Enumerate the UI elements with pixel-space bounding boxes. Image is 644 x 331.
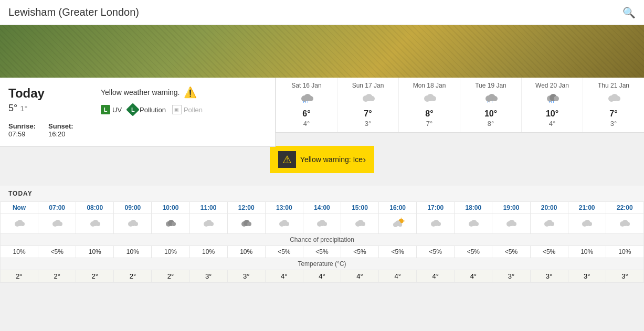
precip-1300: <5% bbox=[265, 246, 303, 258]
header-1900: 19:00 bbox=[492, 202, 530, 214]
precip-1000: 10% bbox=[152, 246, 189, 258]
temp-now: 2° bbox=[1, 270, 38, 283]
location-text: Lewisham (Greater London) bbox=[8, 6, 622, 18]
temp-1700: 4° bbox=[417, 270, 455, 283]
svg-point-26 bbox=[615, 96, 620, 101]
precip-1800: <5% bbox=[455, 246, 492, 258]
svg-point-32 bbox=[58, 222, 62, 226]
today-left: Today 5° 1° Sunrise: 07:59 Sunset: 16:20 bbox=[8, 86, 92, 138]
svg-point-11 bbox=[431, 96, 436, 101]
main-content: ⚠ Yellow warning: Ice › TODAY Now 07:00 … bbox=[0, 135, 644, 283]
svg-point-56 bbox=[361, 222, 365, 226]
icon-1300 bbox=[265, 214, 303, 234]
pollen-label: Pollen bbox=[184, 106, 203, 114]
header-1000: 10:00 bbox=[152, 202, 189, 214]
pollution-badge: L bbox=[126, 103, 139, 116]
svg-rect-4 bbox=[305, 101, 306, 103]
precip-1500: <5% bbox=[341, 246, 378, 258]
icon-1900 bbox=[492, 214, 530, 234]
svg-point-41 bbox=[172, 222, 176, 226]
svg-rect-3 bbox=[303, 101, 304, 103]
header-0900: 09:00 bbox=[114, 202, 152, 214]
today-section-label: TODAY bbox=[0, 186, 644, 201]
forecast-day-0[interactable]: Sat 16 Jan 6° 4° bbox=[276, 78, 337, 132]
forecast-day-3[interactable]: Tue 19 Jan 10° 8° bbox=[460, 78, 521, 132]
header-2200: 22:00 bbox=[606, 202, 643, 214]
today-right: Yellow weather warning. ⚠️ L UV L Pollut… bbox=[101, 86, 267, 138]
indicators: L UV L Pollution ▣ Pollen bbox=[101, 105, 267, 114]
precip-1600: <5% bbox=[379, 246, 417, 258]
precip-1900: <5% bbox=[492, 246, 530, 258]
icon-1600 bbox=[379, 214, 417, 234]
header-1800: 18:00 bbox=[455, 202, 492, 214]
sunrise: Sunrise: 07:59 bbox=[8, 122, 36, 138]
temp-1200: 3° bbox=[227, 270, 265, 283]
temp-label-row: Temperature (°C) bbox=[1, 258, 644, 270]
svg-point-44 bbox=[209, 222, 214, 226]
temp-1500: 4° bbox=[341, 270, 378, 283]
svg-rect-16 bbox=[490, 101, 490, 103]
svg-point-67 bbox=[437, 222, 441, 226]
temp-1400: 4° bbox=[303, 270, 341, 283]
precip-section-label: Chance of precipitation bbox=[1, 234, 644, 246]
header-2000: 20:00 bbox=[530, 202, 568, 214]
precip-now: 10% bbox=[1, 246, 38, 258]
svg-point-20 bbox=[554, 96, 559, 101]
temp-2200: 3° bbox=[606, 270, 643, 283]
icon-2200 bbox=[606, 214, 643, 234]
temp-1800: 4° bbox=[455, 270, 492, 283]
precip-1700: <5% bbox=[417, 246, 455, 258]
temp-1300: 4° bbox=[265, 270, 303, 283]
precip-0800: 10% bbox=[76, 246, 114, 258]
svg-point-79 bbox=[588, 222, 592, 226]
warning-banner[interactable]: ⚠ Yellow warning: Ice › bbox=[270, 146, 374, 173]
temp-0700: 2° bbox=[38, 270, 76, 283]
svg-rect-15 bbox=[488, 101, 488, 103]
temp-0900: 2° bbox=[114, 270, 152, 283]
svg-point-70 bbox=[474, 222, 479, 226]
forecast-day-1[interactable]: Sun 17 Jan 7° 3° bbox=[337, 78, 398, 132]
precip-1400: <5% bbox=[303, 246, 341, 258]
temp-1100: 3° bbox=[189, 270, 227, 283]
precip-2000: <5% bbox=[530, 246, 568, 258]
precip-0900: 10% bbox=[114, 246, 152, 258]
precip-2200: 10% bbox=[606, 246, 643, 258]
svg-point-29 bbox=[20, 222, 25, 226]
forecast-day-2[interactable]: Mon 18 Jan 8° 7° bbox=[398, 78, 460, 132]
temp-1000: 2° bbox=[152, 270, 189, 283]
forecast-day-4[interactable]: Wed 20 Jan 10° 4° bbox=[521, 78, 583, 132]
today-label: Today bbox=[8, 86, 92, 101]
hero-image bbox=[0, 25, 644, 83]
warning-banner-arrow: › bbox=[363, 154, 366, 165]
precip-2100: 10% bbox=[568, 246, 606, 258]
svg-rect-23 bbox=[553, 101, 554, 103]
svg-point-76 bbox=[550, 222, 554, 226]
time-header-row: Now 07:00 08:00 09:00 10:00 11:00 12:00 … bbox=[1, 202, 644, 214]
svg-point-64 bbox=[398, 223, 402, 227]
icon-1200 bbox=[227, 214, 265, 234]
icon-0800 bbox=[76, 214, 114, 234]
temp-1600: 4° bbox=[379, 270, 417, 283]
header-1300: 13:00 bbox=[265, 202, 303, 214]
uv-badge: L bbox=[101, 105, 110, 114]
svg-point-2 bbox=[308, 96, 313, 101]
temp-2100: 3° bbox=[568, 270, 606, 283]
forecast-day-5[interactable]: Thu 21 Jan 7° 3° bbox=[583, 78, 644, 132]
temp-values-row: 2° 2° 2° 2° 2° 3° 3° 4° 4° 4° 4° 4° 4° 3… bbox=[1, 270, 644, 283]
temp-0800: 2° bbox=[76, 270, 114, 283]
search-bar: Lewisham (Greater London) 🔍 bbox=[0, 0, 644, 25]
temp-2000: 3° bbox=[530, 270, 568, 283]
icon-0700 bbox=[38, 214, 76, 234]
icon-now bbox=[1, 214, 38, 234]
weather-icon-row bbox=[1, 214, 644, 234]
header-1600: 16:00 bbox=[379, 202, 417, 214]
header-2100: 21:00 bbox=[568, 202, 606, 214]
header-1400: 14:00 bbox=[303, 202, 341, 214]
icon-1400 bbox=[303, 214, 341, 234]
icon-0900 bbox=[114, 214, 152, 234]
svg-point-47 bbox=[247, 222, 251, 226]
hourly-table: Now 07:00 08:00 09:00 10:00 11:00 12:00 … bbox=[0, 201, 644, 283]
search-button[interactable]: 🔍 bbox=[622, 6, 636, 19]
svg-point-14 bbox=[492, 96, 498, 101]
pollen-badge: ▣ bbox=[172, 105, 182, 114]
